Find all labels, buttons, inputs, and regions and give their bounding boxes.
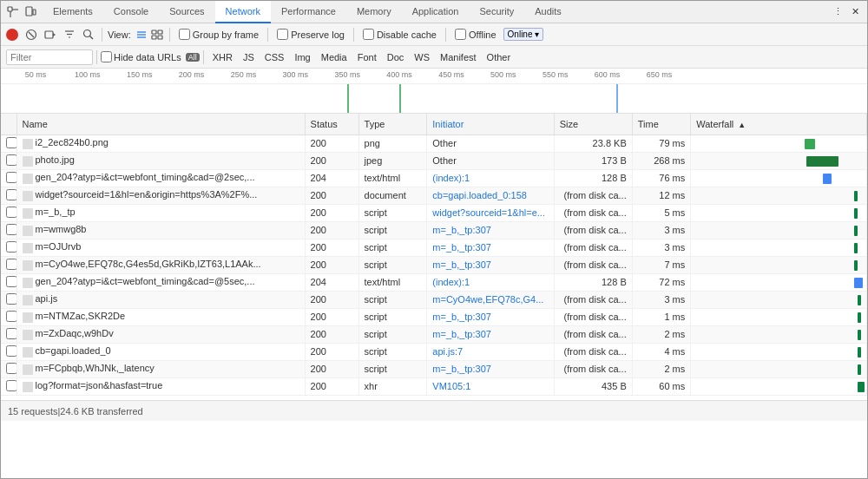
row-initiator[interactable]: (index):1 (427, 273, 554, 291)
table-row[interactable]: m=NTMZac,SKR2De200scriptm=_b,_tp:307(fro… (1, 308, 867, 325)
filter-type-js[interactable]: JS (238, 49, 260, 65)
row-checkbox[interactable] (1, 152, 16, 169)
offline-checkbox[interactable]: Offline (451, 29, 500, 40)
row-initiator[interactable]: m=_b,_tp:307 (427, 221, 554, 239)
row-checkbox[interactable] (1, 135, 16, 152)
record-button[interactable] (4, 27, 20, 43)
row-initiator[interactable]: m=_b,_tp:307 (427, 325, 554, 343)
initiator-link[interactable]: m=_b,_tp:307 (432, 242, 491, 253)
row-initiator[interactable]: m=_b,_tp:307 (427, 256, 554, 273)
table-row[interactable]: cb=gapi.loaded_0200scriptapi.js:7(from d… (1, 343, 867, 360)
table-row[interactable]: photo.jpg200jpegOther173 B268 ms (1, 152, 867, 169)
network-table-wrapper[interactable]: Name Status Type Initiator Size Time Wat… (1, 114, 867, 400)
th-time[interactable]: Time (632, 114, 691, 135)
table-row[interactable]: widget?sourceid=1&hl=en&origin=https%3A%… (1, 187, 867, 204)
filter-type-ws[interactable]: WS (409, 49, 435, 65)
clear-button[interactable] (23, 27, 39, 43)
device-icon[interactable] (22, 1, 39, 23)
video-capture-button[interactable] (43, 27, 58, 43)
tab-security[interactable]: Security (469, 1, 524, 23)
row-checkbox[interactable] (1, 239, 16, 256)
filter-type-doc[interactable]: Doc (382, 49, 410, 65)
th-size[interactable]: Size (554, 114, 632, 135)
row-checkbox[interactable] (1, 308, 16, 325)
tab-elements[interactable]: Elements (43, 1, 103, 23)
initiator-link[interactable]: api.js:7 (432, 346, 463, 357)
table-row[interactable]: m=_b,_tp200scriptwidget?sourceid=1&hl=e.… (1, 204, 867, 221)
initiator-link[interactable]: m=CyO4we,EFQ78c,G4... (432, 294, 543, 305)
more-tabs-icon[interactable]: ⋮ (829, 1, 846, 23)
filter-type-font[interactable]: Font (352, 49, 382, 65)
timeline-visualization[interactable] (1, 84, 867, 114)
table-row[interactable]: gen_204?atyp=i&ct=webfont_timing&cad=@5s… (1, 273, 867, 291)
initiator-link[interactable]: m=_b,_tp:307 (432, 312, 491, 322)
th-waterfall[interactable]: Waterfall ▲ (691, 114, 867, 135)
th-status[interactable]: Status (305, 114, 358, 135)
table-row[interactable]: m=ZxDaqc,w9hDv200scriptm=_b,_tp:307(from… (1, 325, 867, 343)
row-checkbox[interactable] (1, 273, 16, 291)
initiator-link[interactable]: m=_b,_tp:307 (432, 364, 491, 374)
initiator-link[interactable]: m=_b,_tp:307 (432, 225, 491, 235)
row-initiator[interactable]: m=_b,_tp:307 (427, 360, 554, 377)
row-initiator[interactable]: m=_b,_tp:307 (427, 308, 554, 325)
table-row[interactable]: m=wmwg8b200scriptm=_b,_tp:307(from disk … (1, 221, 867, 239)
table-row[interactable]: gen_204?atyp=i&ct=webfont_timing&cad=@2s… (1, 169, 867, 187)
row-initiator[interactable]: VM105:1 (427, 377, 554, 395)
tab-memory[interactable]: Memory (346, 1, 402, 23)
tab-application[interactable]: Application (402, 1, 470, 23)
th-type[interactable]: Type (358, 114, 427, 135)
row-checkbox[interactable] (1, 169, 16, 187)
search-button[interactable] (81, 27, 96, 43)
filter-input[interactable] (6, 49, 93, 65)
list-view-button[interactable] (135, 28, 148, 42)
tab-sources[interactable]: Sources (159, 1, 214, 23)
table-row[interactable]: m=OJUrvb200scriptm=_b,_tp:307(from disk … (1, 239, 867, 256)
table-row[interactable]: i2_2ec824b0.png200pngOther23.8 KB79 ms (1, 135, 867, 152)
hide-data-urls-checkbox[interactable]: Hide data URLs (101, 51, 181, 62)
filter-type-xhr[interactable]: XHR (207, 49, 238, 65)
initiator-link[interactable]: (index):1 (432, 173, 470, 183)
tab-console[interactable]: Console (103, 1, 159, 23)
tab-audits[interactable]: Audits (524, 1, 572, 23)
table-row[interactable]: log?format=json&hasfast=true200xhrVM105:… (1, 377, 867, 395)
initiator-link[interactable]: cb=gapi.loaded_0:158 (432, 190, 527, 200)
online-dropdown[interactable]: Online ▾ (503, 28, 544, 41)
row-checkbox[interactable] (1, 221, 16, 239)
row-checkbox[interactable] (1, 343, 16, 360)
th-initiator[interactable]: Initiator (427, 114, 554, 135)
preserve-log-checkbox[interactable]: Preserve log (273, 29, 348, 40)
th-name[interactable]: Name (16, 114, 305, 135)
row-initiator[interactable]: m=_b,_tp:307 (427, 239, 554, 256)
screenshot-view-button[interactable] (150, 28, 164, 42)
initiator-link[interactable]: VM105:1 (432, 381, 470, 391)
initiator-link[interactable]: m=_b,_tp:307 (432, 259, 491, 270)
row-checkbox[interactable] (1, 256, 16, 273)
row-checkbox[interactable] (1, 291, 16, 308)
row-checkbox[interactable] (1, 360, 16, 377)
filter-type-manifest[interactable]: Manifest (435, 49, 482, 65)
row-checkbox[interactable] (1, 204, 16, 221)
row-initiator[interactable]: cb=gapi.loaded_0:158 (427, 187, 554, 204)
initiator-link[interactable]: (index):1 (432, 277, 470, 287)
inspect-icon[interactable] (4, 1, 22, 23)
row-checkbox[interactable] (1, 377, 16, 395)
row-checkbox[interactable] (1, 187, 16, 204)
filter-type-media[interactable]: Media (316, 49, 352, 65)
row-initiator[interactable]: m=CyO4we,EFQ78c,G4... (427, 291, 554, 308)
row-initiator[interactable]: widget?sourceid=1&hl=e... (427, 204, 554, 221)
filter-type-other[interactable]: Other (482, 49, 516, 65)
initiator-link[interactable]: m=_b,_tp:307 (432, 329, 491, 339)
disable-cache-checkbox[interactable]: Disable cache (359, 29, 440, 40)
row-initiator[interactable]: (index):1 (427, 169, 554, 187)
table-row[interactable]: api.js200scriptm=CyO4we,EFQ78c,G4...(fro… (1, 291, 867, 308)
row-initiator[interactable]: api.js:7 (427, 343, 554, 360)
group-by-frame-checkbox[interactable]: Group by frame (175, 29, 262, 40)
tab-performance[interactable]: Performance (271, 1, 346, 23)
filter-button[interactable] (62, 27, 77, 43)
table-row[interactable]: m=CyO4we,EFQ78c,G4es5d,GkRiKb,IZT63,L1AA… (1, 256, 867, 273)
filter-type-css[interactable]: CSS (260, 49, 290, 65)
table-row[interactable]: m=FCpbqb,WhJNk,_latency200scriptm=_b,_tp… (1, 360, 867, 377)
filter-type-img[interactable]: Img (289, 49, 315, 65)
settings-icon[interactable]: ✕ (846, 1, 864, 23)
row-checkbox[interactable] (1, 325, 16, 343)
